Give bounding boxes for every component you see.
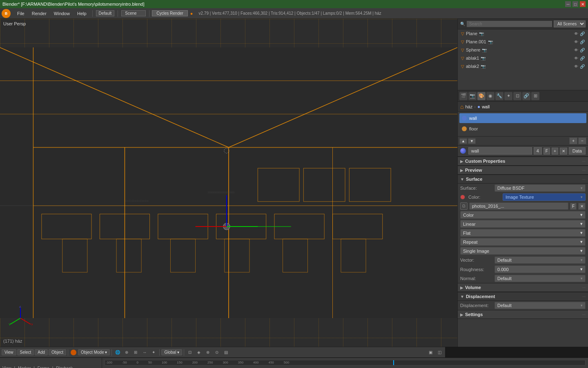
- camera-visibility-plane001[interactable]: 📷: [488, 40, 493, 44]
- plus-user-button[interactable]: +: [552, 148, 558, 155]
- roughness-input[interactable]: 0.000 ▾: [494, 265, 586, 273]
- add-material-button[interactable]: +: [569, 137, 577, 144]
- outliner-item-sphere[interactable]: ▽ Sphere 📷 👁 🔗: [458, 46, 588, 54]
- view-menu-btn[interactable]: View: [2, 349, 16, 355]
- texture-unlink-btn[interactable]: ✕: [578, 203, 586, 210]
- add-menu-btn[interactable]: Add: [35, 349, 48, 355]
- color-type-dropdown[interactable]: Image Texture ▾: [503, 193, 586, 201]
- camera-visibility-ablak1[interactable]: 📷: [481, 56, 486, 61]
- eye-visibility-plane[interactable]: 👁: [574, 31, 578, 36]
- constraints-icon[interactable]: 🔗: [522, 92, 530, 100]
- texture-fake-user-btn[interactable]: F: [570, 203, 577, 210]
- preview-dots: ···: [582, 168, 586, 173]
- object-mode-dropdown[interactable]: Object Mode ▾: [78, 349, 110, 355]
- scene-field[interactable]: Scene: [121, 10, 146, 16]
- breadcrumb-ház[interactable]: ház: [465, 104, 472, 109]
- custom-properties-header[interactable]: ▶ Custom Properties ···: [458, 157, 588, 166]
- vt-icon-manip[interactable]: ⊗: [204, 348, 212, 357]
- object-menu-btn[interactable]: Object: [49, 349, 66, 355]
- physics-icon[interactable]: ⊡: [513, 92, 521, 100]
- layout-button[interactable]: Default: [96, 10, 115, 16]
- window-menu[interactable]: Window: [51, 10, 73, 17]
- minimize-button[interactable]: ─: [565, 1, 571, 7]
- object-props-icon[interactable]: ◉: [486, 92, 494, 100]
- mat-scroll-down[interactable]: ▼: [468, 138, 476, 144]
- chain-sphere[interactable]: 🔗: [580, 48, 585, 52]
- color-sub2-dropdown[interactable]: Linear ▾: [460, 220, 586, 228]
- vt-icon-grid[interactable]: ⊞: [131, 348, 140, 357]
- modifiers-icon[interactable]: 🔧: [495, 92, 503, 100]
- outliner-item-ablak2[interactable]: ▽ ablak2 📷 👁 🔗: [458, 62, 588, 70]
- chain-ablak1[interactable]: 🔗: [580, 56, 585, 61]
- vector-dropdown[interactable]: Default ▾: [494, 256, 586, 264]
- eye-visibility-ablak1[interactable]: 👁: [574, 56, 578, 61]
- vt-icon-layer[interactable]: ▤: [222, 348, 230, 357]
- unlink-material-button[interactable]: ✕: [560, 148, 567, 155]
- vt-icon-overlay[interactable]: ◫: [435, 348, 443, 357]
- surface-header[interactable]: ▼ Surface ···: [458, 175, 588, 184]
- vt-icon-globe[interactable]: 🌐: [114, 348, 122, 357]
- surface-dropdown[interactable]: Diffuse BSDF ▾: [494, 184, 586, 192]
- material-props-icon[interactable]: 🎨: [477, 92, 486, 100]
- displacement-dropdown[interactable]: Default ▾: [494, 302, 586, 309]
- close-button[interactable]: ✕: [580, 1, 586, 7]
- eye-visibility-ablak2[interactable]: 👁: [574, 64, 578, 69]
- help-menu[interactable]: Help: [74, 10, 90, 17]
- fake-user-button[interactable]: F: [543, 148, 550, 155]
- eye-visibility-sphere[interactable]: 👁: [574, 48, 578, 52]
- scene-filter-dropdown[interactable]: All Scenes: [554, 20, 586, 27]
- timeline-ruler[interactable]: -100 -50 0 50 100 150 200 250 300 350 40…: [105, 360, 586, 366]
- scene-props-icon[interactable]: 🎬: [459, 92, 468, 100]
- outliner-item-ablak1[interactable]: ▽ ablak1 📷 👁 🔗: [458, 54, 588, 62]
- camera-visibility-sphere[interactable]: 📷: [482, 48, 487, 52]
- outliner-item-label: ablak2: [466, 64, 479, 69]
- vt-icon-plus[interactable]: ⊕: [122, 348, 131, 357]
- viewport-3d[interactable]: User Persp: [0, 19, 457, 347]
- render-engine-dropdown[interactable]: Cycles Render: [152, 10, 188, 16]
- breadcrumb-wall[interactable]: wall: [482, 104, 490, 109]
- vt-icon-move[interactable]: ✦: [149, 348, 158, 357]
- vt-icon-snap[interactable]: ⊡: [186, 348, 194, 357]
- material-name-input[interactable]: [468, 147, 532, 155]
- settings-header[interactable]: ▶ Settings ···: [458, 310, 588, 319]
- global-dropdown[interactable]: Global ▾: [161, 349, 182, 355]
- texture-name-field[interactable]: photos_2016_...: [469, 202, 568, 210]
- remove-material-button[interactable]: −: [578, 137, 586, 144]
- vt-icon-pivot[interactable]: ⊙: [213, 348, 221, 357]
- material-item-floor[interactable]: floor: [459, 124, 586, 134]
- vt-icon-display[interactable]: ▣: [426, 348, 434, 357]
- color-sub1-dropdown[interactable]: Color ▾: [460, 211, 586, 219]
- mat-scroll-up[interactable]: ▲: [459, 138, 467, 144]
- chain-plane[interactable]: 🔗: [580, 31, 585, 36]
- color-sub5-dropdown[interactable]: Single Image ▾: [460, 247, 586, 255]
- file-menu[interactable]: File: [14, 10, 28, 17]
- camera-visibility-plane[interactable]: 📷: [479, 31, 484, 36]
- data-type-dropdown[interactable]: Data: [569, 147, 586, 155]
- displacement-header[interactable]: ▼ Displacement ···: [458, 292, 588, 301]
- color-socket-dot[interactable]: [460, 195, 465, 200]
- outliner-item-plane001[interactable]: ▽ Plane.001 📷 👁 🔗: [458, 38, 588, 46]
- vt-icon-proportional[interactable]: ◈: [195, 348, 203, 357]
- render-props-icon[interactable]: 📷: [468, 92, 477, 100]
- maximize-button[interactable]: □: [572, 1, 578, 7]
- preview-header[interactable]: ▶ Preview ···: [458, 166, 588, 175]
- render-menu[interactable]: Render: [29, 10, 50, 17]
- vt-icon-arrows[interactable]: ↔: [140, 348, 149, 357]
- select-menu-btn[interactable]: Select: [17, 349, 34, 355]
- volume-header[interactable]: ▶ Volume ···: [458, 283, 588, 292]
- particles-icon[interactable]: ✦: [504, 92, 512, 100]
- color-sub3-dropdown[interactable]: Flat ▾: [460, 229, 586, 237]
- chain-plane001[interactable]: 🔗: [580, 40, 585, 44]
- surface-arrow: ▼: [460, 177, 464, 182]
- data-icon[interactable]: ⊞: [531, 92, 539, 100]
- camera-visibility-ablak2[interactable]: 📷: [481, 64, 486, 69]
- material-name-bar: 4 F + ✕ Data: [458, 146, 588, 157]
- outliner-item-plane[interactable]: ▽ Plane 📷 👁 🔗: [458, 29, 588, 38]
- search-input[interactable]: [467, 21, 552, 27]
- normal-dropdown[interactable]: Default ▾: [494, 275, 586, 282]
- texture-file-icon[interactable]: 🗋: [460, 202, 468, 210]
- chain-ablak2[interactable]: 🔗: [580, 64, 585, 69]
- material-item-wall[interactable]: wall: [459, 113, 586, 123]
- color-sub4-dropdown[interactable]: Repeat ▾: [460, 238, 586, 246]
- eye-visibility-plane001[interactable]: 👁: [574, 40, 578, 44]
